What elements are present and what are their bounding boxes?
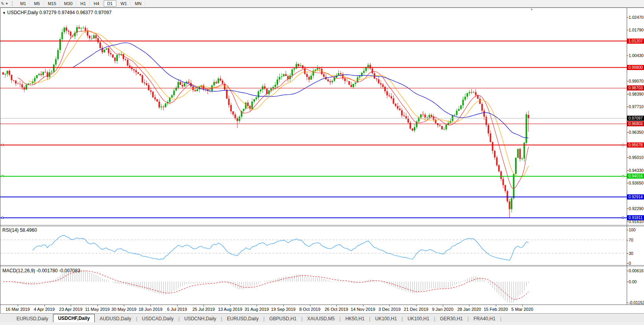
line-handle[interactable]: [2, 144, 4, 146]
timeframe-button-mn[interactable]: MN: [131, 0, 145, 7]
chart-tab-usdchf-daily[interactable]: USDCHF,Daily: [53, 314, 95, 323]
timeframe-button-m5[interactable]: M5: [30, 0, 43, 7]
current-price-badge: 0.97097: [627, 116, 644, 121]
price-tick-label: 1.00430: [629, 53, 644, 58]
date-label: 25 Jul 2019: [193, 307, 215, 312]
line-handle[interactable]: [622, 175, 624, 177]
date-label: 3 Dec 2019: [378, 307, 400, 312]
chart-tab-hk50-h1[interactable]: HK50,H1: [341, 315, 369, 323]
toolbar-dropdown-caret-icon[interactable]: ▼: [5, 2, 8, 6]
timeframe-button-h4[interactable]: H4: [90, 0, 103, 7]
date-label: 18 Jun 2019: [139, 307, 163, 312]
chart-dropdown-icon[interactable]: ▼: [2, 11, 6, 15]
price-tick-label: 0.93650: [629, 181, 644, 185]
chart-tab-eurusd-daily[interactable]: EURUSD,Daily: [12, 315, 53, 323]
tab-separator: |: [500, 315, 501, 323]
date-tick-mark: [97, 305, 98, 307]
line-handle[interactable]: [622, 144, 624, 146]
macd-tick-label: 0.00: [629, 279, 637, 284]
price-chart-pane[interactable]: [0, 8, 627, 225]
price-level-badge: 0.92914: [627, 194, 644, 199]
ma-line-slow[interactable]: [73, 43, 528, 138]
price-tick-mark: [627, 94, 628, 94]
date-label: 5 Mar 2020: [512, 307, 534, 312]
chart-ohlc-values: 0.97279 0.97494 0.96377 0.97097: [39, 10, 112, 15]
chart-tab-audusd-daily[interactable]: AUDUSD,Daily: [95, 315, 136, 323]
rsi-tick-label: 0: [629, 261, 631, 266]
rsi-tick-label: 30: [629, 251, 633, 256]
date-label: 14 Nov 2019: [351, 307, 375, 312]
timeframe-button-m1[interactable]: M1: [17, 0, 29, 7]
rsi-tick-mark: [627, 253, 628, 254]
timeframe-toolbar: ✎ ▼ M1M5M15M30H1H4D1W1MN: [0, 0, 644, 7]
date-tick-mark: [310, 305, 310, 307]
macd-tick-mark: [627, 303, 628, 303]
date-tick-mark: [204, 305, 204, 307]
timeframe-button-m15[interactable]: M15: [44, 0, 60, 7]
annotation-tool-icon[interactable]: ✎: [1, 1, 4, 6]
ma-line-fast[interactable]: [18, 31, 528, 188]
date-label: 4 Apr 2019: [34, 307, 55, 312]
price-tick-mark: [627, 81, 628, 81]
date-label: 6 Jul 2019: [167, 307, 187, 312]
date-tick-mark: [230, 305, 231, 307]
date-tick-mark: [257, 305, 257, 307]
macd-tick-label: 0.006167: [629, 268, 644, 273]
date-label: 26 Oct 2019: [325, 307, 348, 312]
macd-tick-mark: [627, 271, 628, 271]
chart-shift-marker-icon[interactable]: ▼: [530, 8, 533, 11]
date-label: 11 May 2019: [85, 307, 110, 312]
date-tick-mark: [522, 305, 523, 307]
date-tick-mark: [389, 305, 390, 307]
price-tick-label: 0.95010: [629, 155, 644, 160]
date-label: 16 Mar 2019: [6, 307, 30, 312]
chart-tab-xauusd-m5[interactable]: XAUUSD,M5: [303, 315, 339, 323]
chart-tab-eurusd-daily[interactable]: EURUSD,Daily: [222, 315, 263, 323]
price-tick-label: 0.99070: [629, 79, 644, 83]
price-tick-label: 0.96350: [629, 130, 644, 135]
date-tick-mark: [44, 305, 45, 307]
line-handle[interactable]: [2, 217, 4, 219]
candles: [2, 25, 529, 218]
timeframe-button-h1[interactable]: H1: [77, 0, 90, 7]
date-tick-mark: [469, 305, 470, 307]
timeframe-button-d1[interactable]: D1: [104, 0, 116, 7]
ma-line-mid[interactable]: [28, 31, 528, 177]
toolbar-grip-handle[interactable]: [12, 1, 14, 6]
date-tick-mark: [496, 305, 496, 307]
chart-tab-ger30-h1[interactable]: GER30,H1: [435, 315, 468, 323]
price-tick-mark: [627, 170, 628, 171]
timeframe-button-m30[interactable]: M30: [61, 0, 76, 7]
price-axis-border: [627, 7, 627, 305]
macd-tick-label: -0.011531: [629, 300, 644, 305]
price-level-badge: 0.98703: [627, 85, 644, 90]
price-tick-mark: [627, 183, 628, 183]
date-tick-mark: [443, 305, 443, 307]
chart-tab-fra40-h1[interactable]: FRA40,H1: [469, 315, 500, 323]
chart-title: ▼ USDCHF,Daily 0.97279 0.97494 0.96377 0…: [2, 10, 112, 15]
date-tick-mark: [71, 305, 71, 307]
pane-separator[interactable]: [0, 225, 644, 225]
chart-symbol-label: USDCHF,Daily: [7, 10, 38, 15]
rsi-tick-mark: [627, 263, 628, 264]
trading-terminal-window: ✎ ▼ M1M5M15M30H1H4D1W1MN ▼ USDCHF,Daily …: [0, 0, 644, 325]
rsi-tick-mark: [627, 240, 628, 240]
price-tick-label: 1.01790: [629, 28, 644, 32]
rsi-indicator-pane[interactable]: [0, 227, 627, 265]
rsi-line: [33, 235, 528, 260]
timeframe-buttons-group: M1M5M15M30H1H4D1W1MN: [16, 1, 145, 6]
date-label: 31 Aug 2019: [244, 307, 269, 312]
chart-tab-uk100-h1[interactable]: UK100,H1: [371, 315, 402, 323]
line-handle[interactable]: [622, 217, 624, 219]
timeframe-button-w1[interactable]: W1: [117, 0, 131, 7]
macd-tick-mark: [627, 282, 628, 282]
date-label: 13 Aug 2019: [218, 307, 242, 312]
date-label: 21 Dec 2019: [404, 307, 428, 312]
chart-tab-uk100-h1[interactable]: UK100,H1: [403, 315, 434, 323]
chart-tab-usdcnh-daily[interactable]: USDCNH,Daily: [180, 315, 221, 323]
chart-tab-usdcad-daily[interactable]: USDCAD,Daily: [137, 315, 178, 323]
pane-separator[interactable]: [0, 265, 644, 266]
chart-tab-gbpusd-h1[interactable]: GBPUSD,H1: [264, 315, 301, 323]
line-handle[interactable]: [2, 175, 4, 177]
macd-indicator-pane[interactable]: [0, 267, 627, 305]
